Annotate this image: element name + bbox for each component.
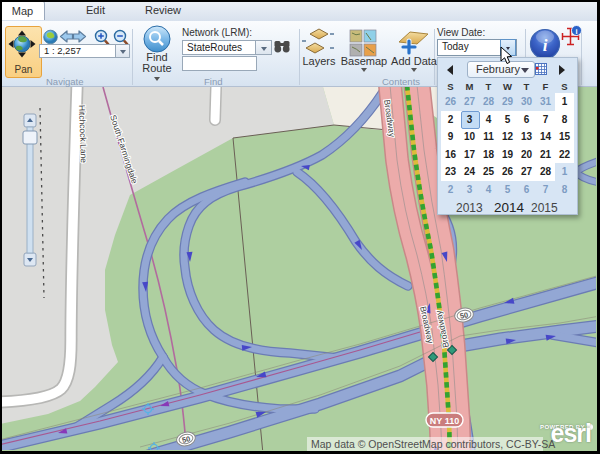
svg-text:NY 110: NY 110 xyxy=(430,416,459,426)
svg-text:i: i xyxy=(575,27,577,36)
svg-text:i: i xyxy=(543,36,548,55)
svg-text:Hitchcock Lane: Hitchcock Lane xyxy=(77,105,89,164)
